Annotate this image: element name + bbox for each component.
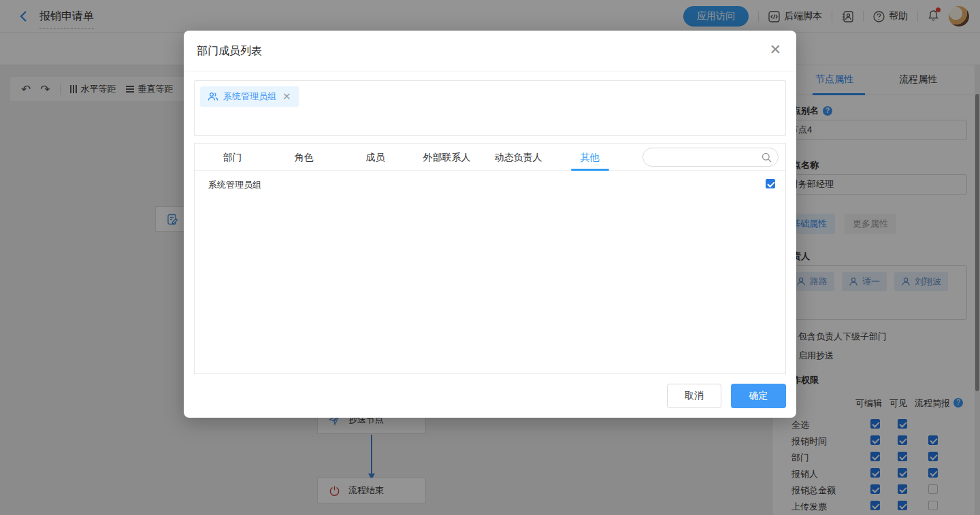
member-list-dialog: 部门成员列表 ✕ 系统管理员组 ✕ 部门 角色 成员 外部联系人 动态负责人 其… [184,31,796,418]
search-icon[interactable] [762,152,772,163]
list-item[interactable]: 系统管理员组 [195,171,785,198]
search-box [642,148,779,167]
dialog-title: 部门成员列表 [197,44,262,59]
tab-dynamic-owner[interactable]: 动态负责人 [483,144,554,171]
list-item-label: 系统管理员组 [208,179,261,191]
checkbox[interactable] [766,179,775,188]
tab-role[interactable]: 角色 [268,144,340,171]
cancel-button[interactable]: 取消 [667,384,721,408]
tab-member[interactable]: 成员 [340,144,411,171]
selected-members-box: 系统管理员组 ✕ [194,80,786,136]
selected-tag: 系统管理员组 ✕ [200,86,299,107]
member-picker: 部门 角色 成员 外部联系人 动态负责人 其他 系统管理员组 [194,143,786,374]
search-input[interactable] [651,148,760,166]
picker-tabs: 部门 角色 成员 外部联系人 动态负责人 其他 [195,144,785,171]
remove-tag-icon[interactable]: ✕ [282,90,291,103]
selected-tag-label: 系统管理员组 [223,90,276,103]
app-screen: 报销申请单 应用访问 后端脚本 帮助 [0,0,980,515]
close-icon[interactable]: ✕ [769,42,781,56]
tab-other[interactable]: 其他 [554,144,625,171]
tab-external-contact[interactable]: 外部联系人 [411,144,483,171]
confirm-button[interactable]: 确定 [731,384,786,408]
group-icon [208,91,218,102]
dialog-header: 部门成员列表 ✕ [184,31,796,71]
tab-department[interactable]: 部门 [197,144,268,171]
